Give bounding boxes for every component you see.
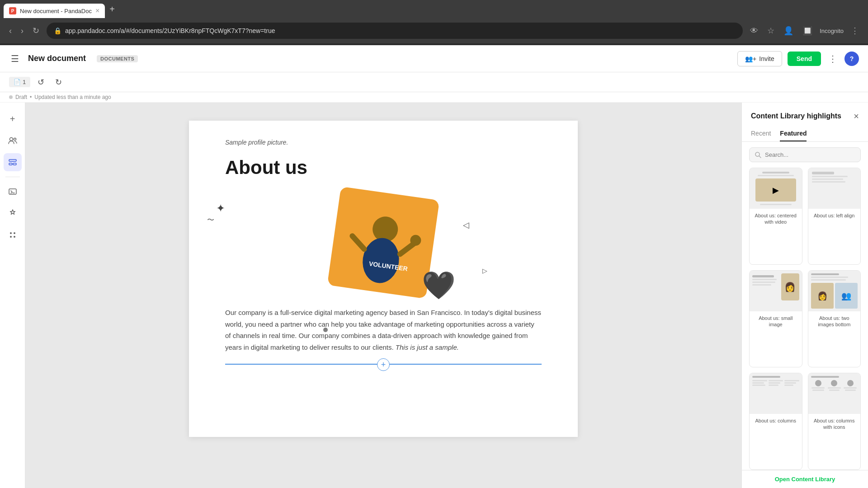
- svg-point-11: [360, 236, 402, 286]
- bookmark-icon[interactable]: ☆: [765, 24, 776, 38]
- card-label: About us: centered with video: [750, 209, 802, 229]
- menu-dots-icon[interactable]: ⋮: [849, 24, 861, 38]
- redo-button[interactable]: ↻: [52, 75, 66, 89]
- send-button[interactable]: Send: [788, 52, 821, 66]
- add-block-button[interactable]: +: [377, 358, 390, 371]
- card-about-us-small-image[interactable]: 👩 About us: small image: [749, 270, 802, 367]
- cards-grid: ▶ About us: centered with video: [742, 168, 868, 470]
- svg-point-0: [9, 138, 13, 141]
- document-image-section: ✦ 〜 VOLUNTEER: [225, 193, 542, 292]
- document-heading: About us: [225, 157, 542, 178]
- header-right: 👥+ Invite Send ⋮ ?: [737, 51, 859, 66]
- card-about-us-left-align[interactable]: About us: left align: [808, 168, 861, 265]
- search-box[interactable]: [749, 147, 861, 162]
- tab-close-button[interactable]: ×: [95, 7, 99, 14]
- page-icon: 📄: [14, 79, 21, 85]
- search-input[interactable]: [765, 151, 855, 158]
- hamburger-menu-button[interactable]: ☰: [9, 52, 21, 66]
- browser-chrome: P New document - PandaDoc × + ‹ › ↻ 🔒 ap…: [0, 0, 868, 45]
- browser-nav: ‹ › ↻ 🔒 app.pandadoc.com/a/#/documents/2…: [0, 18, 868, 43]
- card-thumbnail: ▶: [750, 168, 802, 209]
- nav-actions: 👁 ☆ 👤 🔲 Incognito ⋮: [748, 24, 861, 38]
- documents-badge: DOCUMENTS: [97, 55, 138, 62]
- browser-tabs: P New document - PandaDoc × +: [0, 0, 868, 18]
- card-label: About us: left align: [808, 209, 861, 222]
- add-content-button[interactable]: +: [4, 110, 22, 128]
- panel-tabs: Recent Featured: [742, 126, 868, 142]
- app-container: ☰ New document DOCUMENTS 👥+ Invite Send …: [0, 45, 868, 488]
- eye-slash-icon[interactable]: 👁: [748, 24, 760, 38]
- incognito-label: Incognito: [820, 28, 844, 34]
- help-button[interactable]: ?: [844, 52, 859, 66]
- svg-point-6: [10, 232, 12, 234]
- search-area: [742, 142, 868, 168]
- refresh-button[interactable]: ↻: [31, 24, 41, 38]
- document-body-text: Our company is a full-service digital ma…: [225, 307, 542, 353]
- add-block-divider: +: [225, 364, 542, 365]
- invite-label: Invite: [759, 55, 774, 62]
- page-number: 1: [23, 79, 26, 85]
- app-header: ☰ New document DOCUMENTS 👥+ Invite Send …: [0, 45, 868, 72]
- card-about-us-two-images[interactable]: 👩 👥 About us: two images bottom: [808, 270, 861, 367]
- volunteer-illustration: VOLUNTEER: [332, 196, 434, 298]
- page-indicator[interactable]: 📄 1: [9, 77, 30, 87]
- left-sidebar: +: [0, 103, 25, 488]
- panel-close-button[interactable]: ×: [854, 112, 859, 121]
- forward-button[interactable]: ›: [19, 24, 25, 38]
- card-about-us-columns-icons[interactable]: About us: columns with icons: [808, 373, 861, 470]
- svg-rect-3: [9, 163, 12, 165]
- document-page: Sample profile picture. About us ✦ 〜: [189, 121, 578, 437]
- svg-point-7: [14, 232, 15, 234]
- panel-title: Content Library highlights: [751, 112, 841, 120]
- sample-italic: This is just a sample.: [396, 343, 459, 351]
- search-icon: [755, 152, 761, 158]
- updated-label: Updated less than a minute ago: [34, 94, 111, 100]
- sidebar-divider: [5, 177, 20, 177]
- toolbar-left: 📄 1 ↺ ↻: [9, 75, 66, 89]
- draft-label: Draft: [15, 94, 27, 100]
- profile-manage-icon[interactable]: 🔲: [801, 24, 814, 38]
- svg-rect-4: [13, 163, 16, 165]
- panel-header: Content Library highlights ×: [742, 103, 868, 121]
- document-content-area[interactable]: Sample profile picture. About us ✦ 〜: [25, 103, 741, 488]
- integrations-button[interactable]: [4, 204, 22, 222]
- apps-button[interactable]: [4, 226, 22, 244]
- main-area: + Sample profile picture. About us: [0, 103, 868, 488]
- invite-button[interactable]: 👥+ Invite: [737, 51, 782, 66]
- card-label: About us: small image: [750, 311, 802, 332]
- arrow-decoration-2: ▷: [482, 267, 487, 274]
- svg-line-17: [759, 156, 761, 158]
- variables-button[interactable]: [4, 183, 22, 201]
- new-tab-button[interactable]: +: [106, 2, 118, 16]
- undo-button[interactable]: ↺: [34, 75, 48, 89]
- profile-icon[interactable]: 👤: [782, 24, 795, 38]
- invite-icon: 👥+: [745, 55, 756, 62]
- url-text: app.pandadoc.com/a/#/documents/2UzYiBKr8…: [65, 27, 275, 34]
- more-options-button[interactable]: ⋮: [826, 52, 839, 66]
- back-button[interactable]: ‹: [7, 24, 14, 38]
- toolbar: 📄 1 ↺ ↻: [0, 72, 868, 92]
- card-thumbnail: 👩 👥: [808, 271, 861, 311]
- card-about-us-columns[interactable]: About us: columns: [749, 373, 802, 470]
- open-content-library-link[interactable]: Open Content Library: [749, 476, 861, 483]
- sparkle-decoration-1: ✦: [216, 202, 225, 215]
- content-library-panel: Content Library highlights × Recent Feat…: [741, 103, 868, 488]
- card-label: About us: columns: [750, 414, 802, 427]
- card-thumbnail: 👩: [750, 271, 802, 311]
- svg-point-9: [14, 236, 15, 238]
- svg-line-13: [351, 236, 366, 249]
- svg-point-8: [10, 236, 12, 238]
- tab-featured[interactable]: Featured: [780, 126, 807, 141]
- svg-rect-2: [9, 160, 16, 161]
- sample-caption: Sample profile picture.: [225, 139, 542, 146]
- address-bar[interactable]: 🔒 app.pandadoc.com/a/#/documents/2UzYiBK…: [47, 23, 743, 39]
- card-label: About us: two images bottom: [808, 311, 861, 332]
- sparkle-decoration-2: 〜: [207, 216, 214, 225]
- card-label: About us: columns with icons: [808, 414, 861, 434]
- tab-recent[interactable]: Recent: [751, 126, 771, 141]
- card-about-us-centered-video[interactable]: ▶ About us: centered with video: [749, 168, 802, 265]
- active-tab[interactable]: P New document - PandaDoc ×: [4, 4, 105, 18]
- recipients-button[interactable]: [4, 131, 22, 150]
- form-fields-button[interactable]: [4, 153, 22, 171]
- card-thumbnail: [808, 373, 861, 414]
